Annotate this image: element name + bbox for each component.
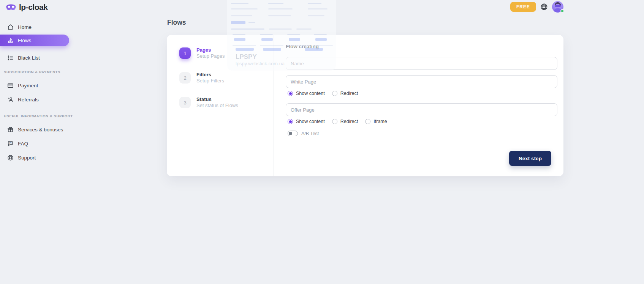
radio-icon <box>365 119 370 124</box>
plan-badge[interactable]: FREE <box>510 2 536 12</box>
flow-creating-modal: 1 Pages Setup Pages 2 Filters Setup Filt… <box>167 35 563 176</box>
sidebar-section-support: USEFUL INFORMATION & SUPPORT <box>0 114 76 118</box>
offer-page-iframe-radio[interactable]: Iframe <box>365 119 387 124</box>
faq-icon: ?! <box>7 140 14 147</box>
step-number-badge: 3 <box>179 97 191 108</box>
sidebar-item-label: Payment <box>18 83 38 88</box>
wizard-step-pages[interactable]: 1 Pages Setup Pages <box>179 47 274 59</box>
mask-logo-icon <box>6 4 16 11</box>
brand-name: lp-cloak <box>19 3 47 12</box>
ab-test-toggle[interactable]: A/B Test <box>288 131 319 136</box>
sidebar-item-label: Referrals <box>18 97 39 103</box>
sidebar-item-services-bonuses[interactable]: Services & bonuses <box>0 124 76 135</box>
step-subtitle: Setup Filters <box>196 78 224 84</box>
sidebar-item-label: Home <box>18 24 32 30</box>
sidebar-item-label: Support <box>18 155 36 161</box>
brand-logo[interactable]: lp-cloak <box>6 3 47 12</box>
sidebar-item-label: Services & bonuses <box>18 127 63 133</box>
flow-creating-form: Flow creating Show content Redirect Show… <box>286 35 557 176</box>
home-icon <box>7 24 14 30</box>
sidebar-item-home[interactable]: Home <box>0 21 76 33</box>
white-page-mode-group: Show content Redirect <box>288 90 358 96</box>
flows-icon <box>7 37 14 44</box>
radio-icon <box>332 119 337 124</box>
language-globe-icon[interactable] <box>540 3 548 11</box>
support-icon <box>7 155 14 161</box>
radio-icon <box>332 91 337 96</box>
white-page-redirect-radio[interactable]: Redirect <box>332 91 358 96</box>
sidebar-item-support[interactable]: Support <box>0 152 76 163</box>
radio-icon <box>288 91 293 96</box>
gift-icon <box>7 126 14 133</box>
referrals-icon <box>7 96 14 103</box>
sidebar-section-subscription: SUBSCRIPTION & PAYMENTS <box>0 69 76 74</box>
wizard-step-filters[interactable]: 2 Filters Setup Filters <box>179 72 274 84</box>
sidebar-item-faq[interactable]: ?! FAQ <box>0 138 76 149</box>
sidebar-item-label: FAQ <box>18 141 28 147</box>
form-title: Flow creating <box>286 44 319 49</box>
offer-page-input[interactable] <box>286 103 557 116</box>
white-page-input[interactable] <box>286 75 557 88</box>
svg-text:?!: ?! <box>9 142 11 144</box>
white-page-show-content-radio[interactable]: Show content <box>288 91 325 96</box>
sidebar: Home Flows Black List SUBSCRIPTION & PAY… <box>0 21 76 163</box>
step-subtitle: Set status of Flows <box>196 103 238 109</box>
payment-icon <box>7 82 14 89</box>
offer-page-mode-group: Show content Redirect Iframe <box>288 118 387 125</box>
sidebar-item-label: Flows <box>18 38 31 43</box>
page-title: Flows <box>167 19 186 27</box>
step-title: Status <box>196 96 238 103</box>
step-title: Filters <box>196 72 224 78</box>
sidebar-item-flows[interactable]: Flows <box>0 35 69 46</box>
user-avatar[interactable] <box>552 1 563 13</box>
sidebar-item-referrals[interactable]: Referrals <box>0 94 76 105</box>
sidebar-item-payment[interactable]: Payment <box>0 80 76 91</box>
wizard-step-status[interactable]: 3 Status Set status of Flows <box>179 96 274 109</box>
flow-name-input[interactable] <box>286 57 557 70</box>
radio-icon <box>288 119 293 124</box>
step-title: Pages <box>196 47 225 53</box>
offer-page-redirect-radio[interactable]: Redirect <box>332 119 358 124</box>
online-status-dot <box>560 9 564 13</box>
wizard-steps: 1 Pages Setup Pages 2 Filters Setup Filt… <box>167 35 274 176</box>
toggle-icon <box>288 131 298 136</box>
step-number-badge: 1 <box>179 47 191 59</box>
blacklist-icon <box>7 55 14 61</box>
next-step-button[interactable]: Next step <box>509 151 551 166</box>
offer-page-show-content-radio[interactable]: Show content <box>288 119 325 124</box>
step-subtitle: Setup Pages <box>196 53 225 59</box>
sidebar-item-black-list[interactable]: Black List <box>0 52 76 63</box>
step-number-badge: 2 <box>179 72 191 84</box>
sidebar-item-label: Black List <box>18 55 40 61</box>
